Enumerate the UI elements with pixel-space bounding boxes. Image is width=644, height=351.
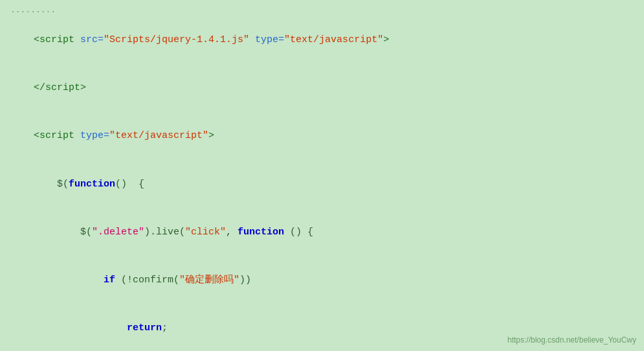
attr-type-value: "text/javascript" xyxy=(284,34,383,45)
attr-src: src= xyxy=(80,34,104,45)
comma-space: , xyxy=(226,227,238,238)
keyword-function2: function xyxy=(238,227,284,238)
string-click: "click" xyxy=(185,227,226,238)
confirm-call: (!confirm( xyxy=(115,275,179,286)
tag-bracket2: > xyxy=(208,130,214,141)
code-line-4: $(function() { xyxy=(10,161,634,209)
code-line-5: $(".delete").live("click", function () { xyxy=(10,209,634,256)
indent3 xyxy=(34,275,104,286)
semicolon1: ; xyxy=(162,323,168,334)
attr-type: type= xyxy=(249,34,284,45)
confirm-close: )) xyxy=(239,275,251,286)
code-line-6: if (!confirm("确定删除吗")) xyxy=(10,256,634,304)
keyword-return: return xyxy=(127,323,162,334)
code-line-1: <script src="Scripts/jquery-1.4.1.js" ty… xyxy=(10,16,634,64)
indent4 xyxy=(34,323,127,334)
indent2: $( xyxy=(34,227,92,238)
tag-open: <script xyxy=(34,34,80,45)
string-confirm: "确定删除吗" xyxy=(179,275,239,286)
attr-type2: type= xyxy=(80,130,109,141)
live-method: ).live( xyxy=(144,227,185,238)
selector-delete: ".delete" xyxy=(92,227,144,238)
attr-src-value: "Scripts/jquery-1.4.1.js" xyxy=(104,34,249,45)
watermark: https://blog.csdn.net/believe_YouCwy xyxy=(507,335,636,345)
script-close-tag: </script> xyxy=(34,82,86,93)
script-open-tag: <script xyxy=(34,130,80,141)
code-line-3: <script type="text/javascript"> xyxy=(10,113,634,161)
keyword-function1: function xyxy=(69,179,115,190)
dotted-line: ......... xyxy=(10,5,634,15)
keyword-if1: if xyxy=(104,275,115,286)
code-line-2: </script> xyxy=(10,64,634,112)
tag-close-bracket: > xyxy=(383,34,389,45)
code-container: ......... <script src="Scripts/jquery-1.… xyxy=(0,0,644,351)
attr-type2-value: "text/javascript" xyxy=(109,130,208,141)
func-paren: () { xyxy=(284,227,313,238)
dollar-func: $( xyxy=(57,179,69,190)
indent1 xyxy=(34,179,57,190)
paren1: () { xyxy=(115,179,144,190)
